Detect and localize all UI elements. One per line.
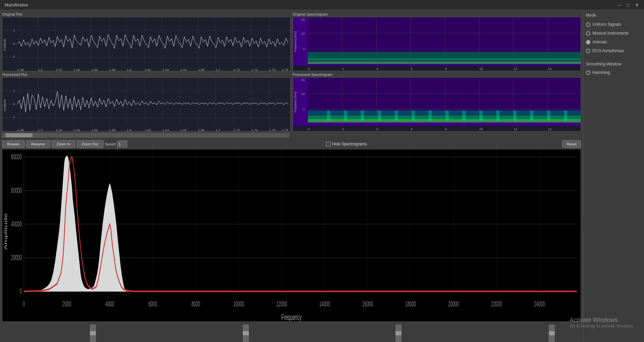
svg-text:12000: 12000 [276, 300, 287, 308]
musical-label: Musical Instruments [592, 31, 629, 36]
svg-rect-119 [479, 110, 483, 121]
crow-slider-item: Crow [89, 324, 97, 342]
svg-text:1.76: 1.76 [269, 68, 275, 71]
svg-text:4: 4 [376, 67, 378, 71]
svg-text:1.48: 1.48 [17, 68, 24, 71]
svg-text:1.7: 1.7 [216, 129, 220, 131]
maximize-button[interactable]: □ [624, 1, 632, 9]
reset-button[interactable]: Reset [562, 140, 581, 148]
title-bar: MainWindow ─ □ ✕ [0, 0, 644, 10]
svg-text:1.72: 1.72 [233, 68, 240, 71]
original-spectrogram-label: Original Spectrogram [293, 12, 581, 16]
hide-spectrograms-area: Hide Spectrograms [326, 142, 367, 146]
crow-slider[interactable] [90, 324, 96, 342]
svg-text:1.66: 1.66 [180, 68, 187, 71]
window-controls: ─ □ ✕ [616, 1, 641, 9]
original-spectrogram-section: Original Spectrogram [293, 12, 581, 71]
svg-rect-111 [344, 110, 347, 121]
svg-text:20000: 20000 [11, 253, 22, 262]
svg-text:1.62: 1.62 [144, 68, 151, 71]
window-title: MainWindow [5, 3, 28, 7]
frog-slider[interactable] [549, 324, 555, 342]
svg-text:1.78: 1.78 [282, 129, 288, 131]
mode-label: Mode [586, 13, 641, 18]
svg-rect-44 [308, 59, 581, 63]
svg-text:1.52: 1.52 [56, 68, 62, 71]
svg-text:1.64: 1.64 [162, 68, 169, 71]
close-button[interactable]: ✕ [633, 1, 641, 9]
resume-button[interactable]: Resume [26, 140, 50, 148]
svg-text:10: 10 [301, 32, 305, 35]
svg-text:6: 6 [410, 128, 412, 131]
svg-text:0: 0 [303, 108, 305, 111]
processed-spectrogram-label: Processed Spectrogram [293, 73, 581, 77]
svg-rect-112 [360, 110, 364, 121]
svg-text:1.52: 1.52 [56, 129, 62, 131]
svg-text:1.6: 1.6 [127, 68, 132, 71]
scrollbar-thumb[interactable] [5, 133, 33, 137]
svg-text:12: 12 [513, 67, 517, 71]
frequency-plot-svg: 80000 60000 40000 20000 0 0 2000 4000 60… [2, 149, 581, 321]
original-spectrogram-area: 20 10 0 0 2 4 6 8 10 12 14 Freq [293, 17, 581, 71]
svg-text:Amplitude: Amplitude [3, 39, 6, 51]
minimize-button[interactable]: ─ [616, 1, 623, 9]
owl-slider-thumb [243, 331, 249, 335]
svg-text:Frequency: Frequency [281, 312, 302, 321]
processed-spectrogram-area: 20 10 0 0 2 4 6 8 10 12 14 Frequency (KH… [293, 77, 581, 132]
svg-text:0: 0 [308, 67, 310, 71]
smoothing-hamming[interactable]: Hamming [586, 69, 641, 76]
svg-text:12: 12 [513, 128, 517, 131]
svg-text:0: 0 [13, 102, 15, 105]
main-content: Original Plot [0, 10, 583, 342]
original-plot-section: Original Plot [2, 12, 291, 71]
wolf-slider-item: Wolf [395, 324, 402, 342]
speed-label: Speed [105, 142, 116, 146]
svg-text:2000: 2000 [62, 300, 71, 308]
mode-musical-instruments[interactable]: Musical Instruments [586, 30, 641, 37]
mode-uniform-signals[interactable]: Uniform Signals [586, 21, 641, 28]
svg-text:0: 0 [303, 48, 305, 51]
processed-plots-row: Processed Plot [2, 73, 581, 132]
speed-input[interactable] [117, 141, 127, 147]
svg-text:0: 0 [308, 128, 310, 131]
svg-text:80000: 80000 [11, 153, 22, 161]
svg-text:1: 1 [13, 29, 15, 32]
svg-text:1.7: 1.7 [216, 68, 220, 71]
processed-spectrogram-svg: 20 10 0 0 2 4 6 8 10 12 14 Frequency (KH… [293, 78, 581, 131]
svg-rect-106 [308, 78, 581, 110]
smoothing-label: Smoothing Window [586, 62, 641, 66]
svg-text:0: 0 [20, 287, 22, 295]
svg-text:1.76: 1.76 [269, 129, 275, 131]
zoom-out-button[interactable]: Zoom Out [77, 140, 103, 148]
svg-text:2: 2 [342, 67, 344, 71]
browse-button[interactable]: Browse [2, 140, 25, 148]
controls-bar: Browse Resume Zoom In Zoom Out Speed Hid… [2, 139, 581, 149]
svg-text:1.5: 1.5 [38, 68, 43, 71]
owl-slider[interactable] [243, 324, 249, 342]
svg-rect-124 [564, 110, 567, 121]
svg-text:22000: 22000 [491, 300, 502, 308]
processed-plot-label: Processed Plot [2, 73, 291, 77]
svg-text:1.64: 1.64 [162, 129, 169, 131]
zoom-in-button[interactable]: Zoom In [52, 140, 75, 148]
svg-text:1.58: 1.58 [109, 68, 115, 71]
mode-animals[interactable]: Animals [586, 39, 641, 45]
svg-rect-116 [428, 110, 432, 121]
right-sidebar: Mode Uniform Signals Musical Instruments… [583, 10, 644, 342]
svg-rect-120 [496, 110, 499, 121]
scrollbar[interactable] [2, 133, 290, 138]
svg-text:6000: 6000 [149, 300, 157, 308]
center-area: Original Plot [0, 10, 583, 342]
svg-text:0: 0 [13, 42, 15, 45]
mode-ecg[interactable]: ECG Arrhythmias [586, 47, 641, 54]
wolf-slider[interactable] [395, 324, 402, 342]
svg-rect-146 [2, 149, 581, 321]
svg-text:14: 14 [548, 128, 551, 131]
original-waveform-svg: 1 0 -1 1.48 1.5 1.52 1.54 1.56 1.58 [2, 17, 290, 71]
hide-spectrograms-checkbox[interactable] [326, 142, 331, 146]
svg-text:2: 2 [342, 128, 344, 131]
ecg-radio-circle [586, 49, 590, 53]
activate-windows-subtitle: Go to Settings to activate Windows. [570, 324, 634, 328]
svg-text:1.48: 1.48 [17, 129, 24, 131]
original-spectrogram-svg: 20 10 0 0 2 4 6 8 10 12 14 Freq [293, 17, 581, 71]
